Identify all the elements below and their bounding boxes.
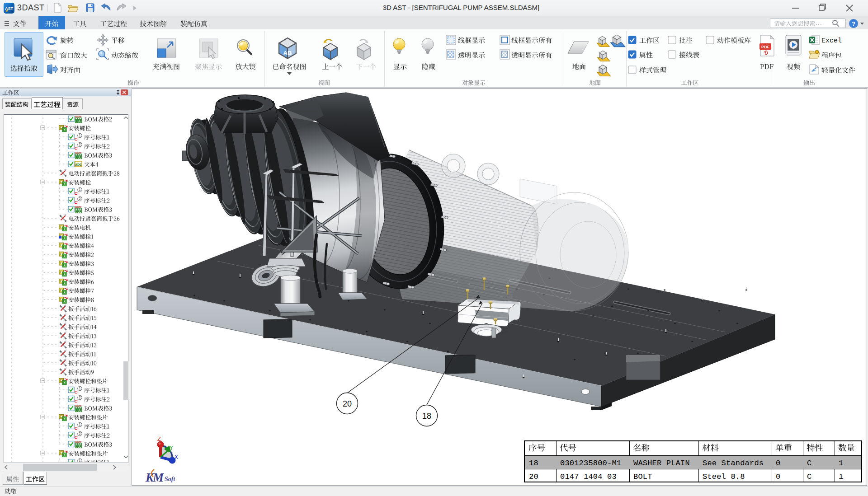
- svg-text:1: 1: [79, 387, 81, 390]
- svg-text:BOM: BOM: [75, 206, 81, 208]
- svg-text:1: 1: [79, 423, 81, 426]
- svg-text:2: 2: [79, 432, 81, 435]
- svg-text:BOM: BOM: [75, 440, 81, 443]
- svg-text:BOM: BOM: [75, 151, 81, 154]
- svg-text:BOM: BOM: [75, 115, 81, 118]
- svg-text:abc: abc: [75, 162, 82, 167]
- svg-text:AB: AB: [283, 50, 292, 56]
- svg-text:1: 1: [79, 459, 81, 462]
- svg-text:BOM: BOM: [75, 404, 81, 407]
- svg-text:2: 2: [79, 143, 81, 146]
- svg-text:AST: AST: [5, 6, 14, 11]
- svg-text:PDF: PDF: [761, 45, 770, 49]
- svg-text:1: 1: [79, 188, 81, 191]
- svg-text:2: 2: [79, 197, 81, 200]
- svg-text:2: 2: [79, 396, 81, 399]
- svg-text:1: 1: [79, 134, 81, 137]
- svg-text:?: ?: [852, 20, 855, 27]
